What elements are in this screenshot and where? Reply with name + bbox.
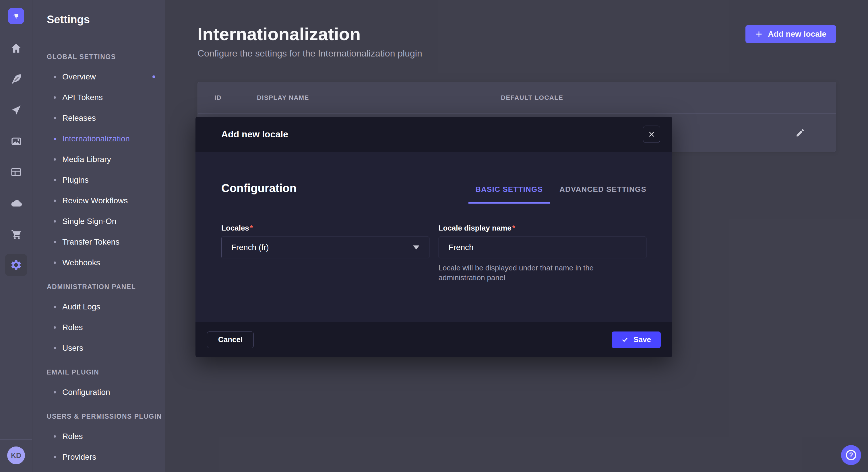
- locales-field-label: Locales*: [221, 224, 429, 233]
- locales-select[interactable]: French (fr): [221, 237, 429, 258]
- required-asterisk: *: [513, 224, 515, 232]
- close-icon: [648, 131, 655, 138]
- display-name-input[interactable]: [439, 237, 647, 258]
- configuration-section-title: Configuration: [221, 182, 297, 203]
- modal-footer: Cancel Save: [195, 322, 672, 357]
- modal-tabs: BASIC SETTINGS ADVANCED SETTINGS: [468, 185, 646, 203]
- save-button-label: Save: [633, 335, 651, 344]
- save-button[interactable]: Save: [612, 332, 661, 348]
- close-modal-button[interactable]: [643, 126, 660, 143]
- tab-advanced-settings[interactable]: ADVANCED SETTINGS: [559, 185, 646, 204]
- required-asterisk: *: [250, 224, 253, 232]
- modal-body: Configuration BASIC SETTINGS ADVANCED SE…: [195, 152, 672, 322]
- display-name-field-label: Locale display name*: [439, 224, 647, 233]
- tab-basic-settings[interactable]: BASIC SETTINGS: [468, 185, 550, 204]
- check-icon: [621, 336, 628, 343]
- chevron-down-icon: [413, 245, 420, 249]
- modal-title: Add new locale: [221, 129, 288, 140]
- display-name-hint: Locale will be displayed under that name…: [439, 263, 640, 282]
- locales-select-value: French (fr): [231, 243, 269, 252]
- modal-header: Add new locale: [195, 117, 672, 152]
- cancel-button[interactable]: Cancel: [207, 332, 254, 348]
- add-locale-modal: Add new locale Configuration BASIC SETTI…: [195, 117, 672, 357]
